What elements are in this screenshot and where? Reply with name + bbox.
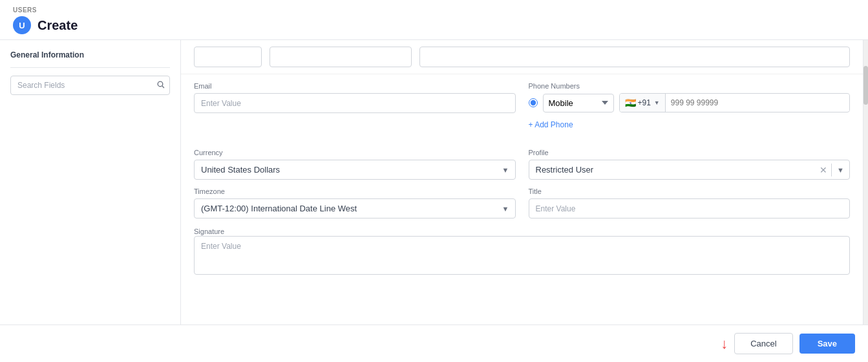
email-label: Email	[194, 82, 516, 90]
currency-profile-row: Currency United States Dollars ▼ Profile…	[181, 141, 863, 187]
scrollbar-thumb[interactable]	[863, 66, 868, 105]
timezone-select[interactable]: (GMT-12:00) International Date Line West	[194, 198, 516, 218]
breadcrumb: USERS	[13, 6, 855, 14]
partial-input-1	[194, 47, 262, 67]
partial-input-2	[270, 47, 412, 67]
signature-label: Signature	[194, 228, 224, 235]
currency-select[interactable]: United States Dollars	[194, 160, 516, 180]
profile-dropdown-button[interactable]: ▼	[832, 164, 849, 176]
timezone-group: Timezone (GMT-12:00) International Date …	[194, 187, 516, 218]
sidebar: General Information	[0, 40, 181, 325]
phone-number-input[interactable]	[666, 94, 849, 111]
scroll-down-arrow-icon: ↓	[721, 337, 728, 351]
profile-label: Profile	[529, 149, 851, 156]
add-phone-label: + Add Phone	[529, 120, 573, 129]
timezone-select-wrapper: (GMT-12:00) International Date Line West…	[194, 198, 516, 218]
phone-prefix: +91	[638, 98, 651, 107]
svg-line-1	[162, 86, 164, 88]
signature-section: Signature	[181, 226, 863, 287]
flag-emoji: 🇮🇳	[625, 98, 636, 108]
email-input[interactable]	[194, 93, 516, 113]
search-fields-wrapper	[10, 76, 170, 95]
phone-label: Phone Numbers	[529, 82, 851, 90]
email-phone-row: Email Phone Numbers Mobile Work Home	[181, 74, 863, 141]
currency-select-wrapper: United States Dollars ▼	[194, 160, 516, 180]
main-form: Email Phone Numbers Mobile Work Home	[181, 40, 863, 325]
phone-group: Phone Numbers Mobile Work Home 🇮🇳	[529, 82, 851, 133]
currency-label: Currency	[194, 149, 516, 156]
phone-radio[interactable]	[529, 98, 538, 107]
svg-point-0	[158, 81, 163, 87]
save-button[interactable]: Save	[799, 334, 855, 354]
prefix-chevron: ▼	[654, 100, 660, 106]
phone-flag-input: 🇮🇳 +91 ▼	[619, 93, 851, 112]
add-phone-button[interactable]: + Add Phone	[529, 116, 851, 133]
title-input[interactable]	[529, 198, 851, 218]
sidebar-divider	[10, 67, 170, 68]
scrollbar-track[interactable]	[863, 40, 868, 325]
title-label: Title	[529, 187, 851, 195]
avatar: U	[13, 16, 31, 34]
timezone-title-row: Timezone (GMT-12:00) International Date …	[181, 187, 863, 226]
timezone-label: Timezone	[194, 187, 516, 195]
flag-prefix: 🇮🇳 +91 ▼	[620, 94, 666, 112]
search-input[interactable]	[10, 76, 170, 95]
content-area: General Information	[0, 40, 868, 325]
sidebar-section-title: General Information	[10, 50, 170, 59]
profile-clear-button[interactable]: ✕	[816, 162, 831, 178]
search-button[interactable]	[156, 80, 165, 90]
page-header: USERS U Create	[0, 0, 868, 40]
phone-row: Mobile Work Home 🇮🇳 +91 ▼	[529, 93, 851, 112]
partial-input-3	[419, 47, 850, 67]
cancel-button[interactable]: Cancel	[734, 333, 792, 354]
signature-textarea[interactable]	[194, 236, 850, 275]
profile-group: Profile Restricted User ✕ ▼	[529, 149, 851, 180]
currency-group: Currency United States Dollars ▼	[194, 149, 516, 180]
email-group: Email	[194, 82, 516, 133]
page-title: Create	[37, 18, 78, 33]
profile-select-wrapper[interactable]: Restricted User ✕ ▼	[529, 160, 851, 180]
title-group: Title	[529, 187, 851, 218]
bottom-actions: ↓ Cancel Save	[0, 325, 868, 362]
profile-value: Restricted User	[529, 160, 816, 179]
top-partial-row	[181, 40, 863, 74]
phone-type-select[interactable]: Mobile Work Home	[543, 94, 614, 112]
